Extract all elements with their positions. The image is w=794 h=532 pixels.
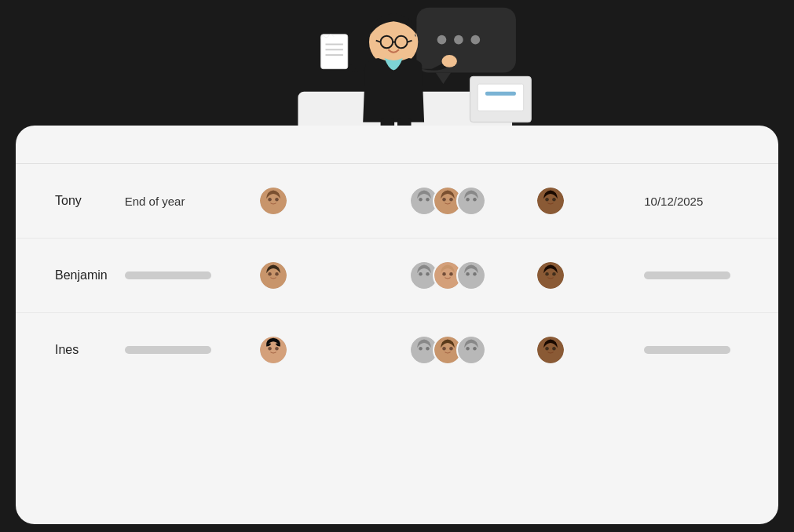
svg-point-4 — [454, 35, 463, 45]
review-avatar-group — [536, 186, 645, 216]
svg-point-69 — [276, 347, 279, 350]
table-header-row — [16, 126, 778, 164]
svg-point-65 — [552, 272, 555, 275]
svg-point-5 — [470, 35, 480, 45]
table-wrapper: TonyEnd of year 10/12/2025Benjamin — [16, 126, 778, 524]
svg-point-28 — [269, 198, 272, 201]
svg-rect-16 — [320, 35, 347, 69]
svg-point-84 — [545, 347, 548, 350]
svg-point-41 — [474, 198, 477, 201]
avatar[interactable] — [258, 261, 288, 290]
illustration-area — [0, 0, 794, 145]
col-self-assessment — [258, 126, 409, 164]
avatar[interactable] — [536, 186, 565, 216]
svg-point-45 — [552, 198, 555, 201]
avatar[interactable] — [456, 186, 486, 216]
placeholder-due-date — [644, 271, 730, 279]
svg-point-53 — [426, 272, 430, 275]
avatar[interactable] — [536, 335, 565, 365]
cell-feedback — [409, 164, 535, 239]
cell-feedback — [409, 239, 535, 313]
svg-point-56 — [443, 272, 446, 275]
svg-point-73 — [426, 347, 430, 350]
self-assessment-avatar-group — [258, 335, 409, 365]
svg-point-68 — [269, 347, 272, 350]
svg-point-20 — [441, 55, 456, 67]
feedback-avatar-group — [409, 261, 535, 290]
feedback-avatar-group — [409, 335, 535, 365]
self-assessment-avatar-group — [258, 186, 409, 216]
svg-rect-8 — [485, 92, 515, 96]
placeholder-name — [125, 346, 211, 354]
placeholder-name — [125, 271, 211, 279]
svg-point-29 — [276, 198, 279, 201]
svg-point-61 — [474, 272, 477, 275]
cell-due-date: 10/12/2025 — [644, 164, 778, 239]
svg-point-64 — [545, 272, 548, 275]
cell-self-assessment — [258, 164, 409, 239]
svg-point-33 — [426, 198, 430, 201]
col-review — [536, 126, 645, 164]
svg-point-49 — [276, 272, 279, 275]
cell-people: Ines — [16, 313, 125, 388]
svg-point-57 — [450, 272, 453, 275]
hero-illustration — [248, 0, 547, 145]
svg-rect-1 — [416, 8, 516, 73]
placeholder-due-date — [644, 346, 730, 354]
svg-point-44 — [545, 198, 548, 201]
cell-name: End of year — [125, 164, 259, 239]
table-row: TonyEnd of year 10/12/2025 — [16, 164, 778, 239]
svg-point-48 — [269, 272, 272, 275]
svg-point-32 — [419, 198, 423, 201]
avatar[interactable] — [536, 261, 565, 290]
cell-name — [125, 239, 259, 313]
avatar[interactable] — [456, 335, 486, 365]
col-name — [125, 126, 259, 164]
cell-self-assessment — [258, 313, 409, 388]
cell-due-date — [644, 239, 778, 313]
cell-due-date — [644, 313, 778, 388]
cell-people: Benjamin — [16, 239, 125, 313]
svg-point-76 — [443, 347, 446, 350]
svg-point-3 — [437, 35, 446, 45]
svg-point-77 — [450, 347, 453, 350]
cell-name — [125, 313, 259, 388]
svg-point-60 — [467, 272, 470, 275]
avatar[interactable] — [258, 335, 288, 365]
svg-point-72 — [419, 347, 423, 350]
svg-point-36 — [443, 198, 446, 201]
review-table: TonyEnd of year 10/12/2025Benjamin — [16, 126, 778, 387]
svg-marker-2 — [435, 73, 450, 85]
cell-feedback — [409, 313, 535, 388]
review-avatar-group — [536, 335, 645, 365]
table-row: Ines — [16, 313, 778, 388]
svg-point-52 — [419, 272, 423, 275]
svg-point-40 — [467, 198, 470, 201]
review-avatar-group — [536, 261, 645, 290]
avatar[interactable] — [258, 186, 288, 216]
col-feedback — [409, 126, 535, 164]
cell-self-assessment — [258, 239, 409, 313]
feedback-avatar-group — [409, 186, 535, 216]
cell-people: Tony — [16, 164, 125, 239]
main-card: TonyEnd of year 10/12/2025Benjamin — [16, 126, 778, 524]
svg-point-80 — [467, 347, 470, 350]
table-row: Benjamin — [16, 239, 778, 313]
cell-review — [536, 313, 645, 388]
avatar[interactable] — [456, 261, 486, 290]
svg-point-81 — [474, 347, 477, 350]
col-due-date — [644, 126, 778, 164]
cell-review — [536, 164, 645, 239]
self-assessment-avatar-group — [258, 261, 409, 290]
svg-point-37 — [450, 198, 453, 201]
cell-review — [536, 239, 645, 313]
svg-rect-7 — [477, 84, 523, 111]
svg-point-85 — [552, 347, 555, 350]
col-people — [16, 126, 125, 164]
